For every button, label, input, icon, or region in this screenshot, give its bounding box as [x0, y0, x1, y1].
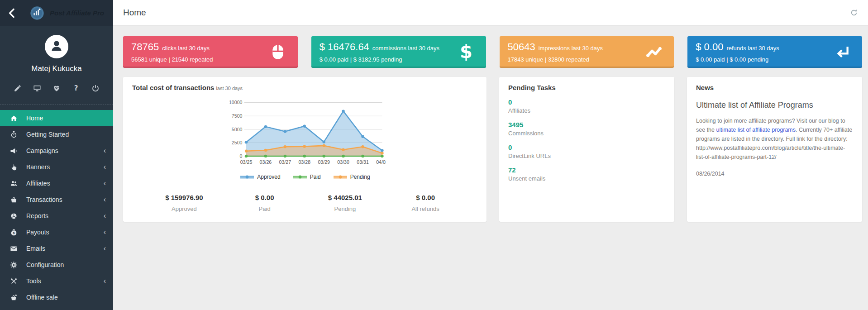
pending-task-directlink-urls: 0DirectLink URLs: [508, 143, 665, 159]
task-count: 0: [508, 98, 665, 106]
svg-text:03/28: 03/28: [298, 159, 310, 165]
sidebar-item-label: Tools: [26, 277, 41, 285]
news-article-title: Ultimate list of Affiliate Programs: [696, 100, 853, 110]
total-pending-label: Pending: [305, 205, 386, 212]
pending-task-unsent-emails: 72Unsent emails: [508, 166, 665, 182]
area-chart: 02500500075001000003/2503/2603/2703/2803…: [224, 98, 386, 180]
news-title: News: [696, 84, 853, 91]
svg-text:03/31: 03/31: [357, 159, 369, 165]
sidebar-item-affiliates[interactable]: Affiliates‹: [0, 175, 113, 191]
sidebar-item-transactions[interactable]: Transactions‹: [0, 191, 113, 208]
clicks-stat-card: 78765clicks last 30 days 56581 unique | …: [123, 36, 298, 68]
bullhorn-icon: [9, 147, 18, 155]
commissions-value: $ 16476.64: [320, 41, 369, 53]
dollar-icon: $: [457, 43, 475, 61]
svg-text:?: ?: [74, 84, 78, 92]
total-pending-value: $ 44025.01: [305, 194, 386, 201]
gear-icon: [9, 261, 18, 269]
svg-text:7500: 7500: [231, 113, 242, 119]
legend-approved: Approved: [239, 174, 280, 180]
heartbeat-icon[interactable]: [52, 84, 61, 92]
total-all-refunds: $ 0.00 All refunds: [385, 194, 466, 212]
sidebar-item-label: Offline sale: [26, 294, 58, 301]
sidebar-item-label: Affiliates: [26, 180, 50, 187]
clicks-sub: 56581 unique | 21540 repeated: [131, 56, 290, 63]
sidebar-item-reports[interactable]: Reports‹: [0, 208, 113, 224]
profile-quick-actions: ?: [0, 73, 113, 100]
sidebar-item-label: Banners: [26, 163, 50, 171]
sidebar-item-label: Home: [26, 114, 43, 122]
app-logo-text: Post Affiliate Pro: [50, 9, 104, 17]
news-link[interactable]: ultimate list of affiliate programs: [716, 127, 796, 133]
legend-label: Paid: [310, 174, 321, 180]
total-paid-value: $ 0.00: [224, 194, 305, 201]
task-label: Commissions: [508, 130, 665, 137]
total-all-refunds-value: $ 0.00: [385, 194, 466, 201]
top-bar: Home: [113, 0, 868, 26]
chevron-left-icon: ‹: [104, 212, 106, 219]
pending-tasks-list: 0Affiliates3495Commissions0DirectLink UR…: [508, 98, 665, 182]
sidebar-item-getting-started[interactable]: Getting Started: [0, 126, 113, 143]
sidebar-item-offline-sale[interactable]: Offline sale: [0, 289, 113, 305]
monitor-icon[interactable]: [33, 84, 41, 92]
total-approved: $ 159976.90 Approved: [144, 194, 224, 212]
pending-task-affiliates: 0Affiliates: [508, 98, 665, 114]
chevron-left-icon: ‹: [104, 180, 106, 187]
chevron-left-icon: ‹: [104, 163, 106, 171]
svg-text:5000: 5000: [231, 127, 242, 132]
task-label: DirectLink URLs: [508, 153, 665, 159]
power-icon[interactable]: [91, 84, 100, 92]
refunds-label: refunds last 30 days: [726, 45, 779, 52]
task-count: 72: [508, 166, 665, 174]
refresh-icon[interactable]: [850, 9, 858, 17]
sidebar-item-label: Getting Started: [26, 131, 69, 138]
basket-icon: [9, 196, 18, 204]
total-approved-value: $ 159976.90: [144, 194, 224, 201]
sidebar-item-campaigns[interactable]: Campaigns‹: [0, 143, 113, 159]
pending-tasks-panel: Pending Tasks 0Affiliates3495Commissions…: [499, 77, 674, 222]
sidebar-item-tools[interactable]: Tools‹: [0, 273, 113, 289]
sidebar-menu: HomeGetting StartedCampaigns‹Banners‹Aff…: [0, 110, 113, 305]
chevron-left-icon: ‹: [104, 229, 106, 236]
question-icon[interactable]: ?: [72, 84, 80, 92]
news-panel: News Ultimate list of Affiliate Programs…: [687, 77, 862, 222]
sidebar-item-configuration[interactable]: Configuration: [0, 257, 113, 273]
sidebar-item-banners[interactable]: Banners‹: [0, 159, 113, 175]
transactions-chart-panel: Total cost of transactionslast 30 days 0…: [123, 77, 486, 222]
sidebar-item-payouts[interactable]: $Payouts‹: [0, 224, 113, 240]
svg-text:2500: 2500: [231, 140, 242, 145]
svg-text:0: 0: [239, 153, 242, 159]
sidebar-header: Post Affiliate Pro: [0, 0, 113, 26]
return-arrow-icon: [833, 43, 851, 61]
sidebar-item-label: Transactions: [26, 196, 62, 203]
stopwatch-icon: [9, 131, 18, 138]
impressions-sub: 17843 unique | 32800 repeated: [508, 56, 666, 63]
money-bag-icon: $: [9, 229, 18, 236]
app-logo-icon[interactable]: [30, 6, 44, 20]
pending-tasks-title: Pending Tasks: [508, 84, 665, 91]
users-icon: [9, 180, 18, 187]
total-paid: $ 0.00 Paid: [224, 194, 305, 212]
user-profile: Matej Kukucka: [0, 26, 113, 73]
tools-icon: [9, 277, 18, 285]
task-label: Unsent emails: [508, 175, 665, 182]
chart-totals-row: $ 159976.90 Approved $ 0.00 Paid $ 44025…: [132, 194, 477, 215]
clicks-label: clicks last 30 days: [162, 45, 210, 52]
main-content: Home 78765clicks last 30 days 56581 uniq…: [113, 0, 868, 310]
impressions-value: 50643: [508, 41, 535, 53]
svg-text:$: $: [460, 43, 472, 61]
avatar: [45, 35, 68, 58]
back-chevron-icon[interactable]: [6, 7, 18, 19]
pie-chart-icon: [9, 212, 18, 220]
sidebar-item-emails[interactable]: Emails‹: [0, 240, 113, 257]
clicks-value: 78765: [131, 41, 159, 53]
impressions-label: impressions last 30 days: [539, 45, 603, 52]
sidebar-item-label: Campaigns: [26, 147, 58, 154]
sidebar-item-label: Payouts: [26, 229, 49, 236]
legend-paid: Paid: [292, 174, 321, 180]
svg-text:03/26: 03/26: [259, 159, 272, 165]
sidebar-item-home[interactable]: Home: [0, 110, 113, 126]
total-all-refunds-label: All refunds: [385, 205, 466, 212]
pencil-icon[interactable]: [14, 84, 22, 92]
total-approved-label: Approved: [144, 205, 224, 212]
